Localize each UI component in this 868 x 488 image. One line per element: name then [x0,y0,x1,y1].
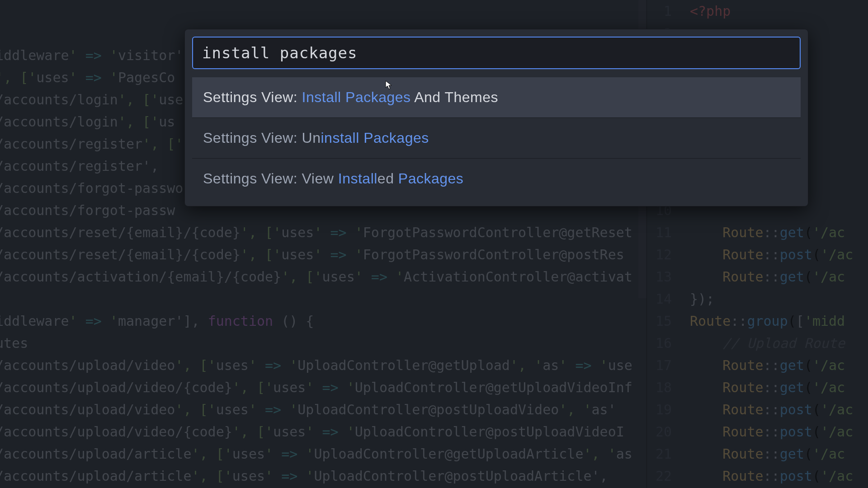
code-line: /accounts/activation/{email}/{code}', ['… [0,266,632,288]
code-line: /accounts/upload/article', ['uses' => 'U… [0,465,632,487]
command-palette-results: Settings View: Install Packages And Them… [192,77,801,199]
command-palette-item[interactable]: Settings View: Install Packages And Them… [192,77,801,118]
line-number: 17 [647,354,672,376]
code-line: Route::get('/ac [690,354,853,376]
code-line: Route::get('/ac [690,221,853,244]
command-prefix: Settings View: [203,89,302,105]
code-line: /accounts/reset/{email}/{code}', ['uses'… [0,221,632,244]
code-line: /accounts/upload/video', ['uses' => 'Upl… [0,354,632,376]
code-line: Route::post('/ac [690,244,853,266]
code-line: Route::post('/ac [690,421,853,443]
command-palette-item[interactable]: Settings View: Uninstall Packages [192,118,801,159]
line-number: 14 [647,288,672,310]
code-line: /accounts/reset/{email}/{code}', ['uses'… [0,244,632,266]
line-number: 15 [647,310,672,332]
line-number: 11 [647,221,672,244]
code-line: /accounts/upload/article', ['uses' => 'U… [0,443,632,465]
code-line: iddleware' => 'manager'], function () { [0,310,632,332]
command-palette-input[interactable] [192,37,801,69]
code-line: Route::group(['midd [690,310,853,332]
command-palette: Settings View: Install Packages And Them… [184,29,808,206]
code-line: Route::post('/ac [690,465,853,487]
code-line [0,288,632,310]
command-prefix: Settings View: [203,130,302,146]
code-line: // Upload Route [690,332,853,354]
line-number: 16 [647,332,672,354]
code-line: /accounts/upload/video/{code}', ['uses' … [0,376,632,399]
code-line: Route::post('/ac [690,399,853,421]
code-line: Route::get('/ac [690,443,853,465]
line-number: 21 [647,443,672,465]
line-number: 12 [647,244,672,266]
line-number: 22 [647,465,672,487]
line-number: 13 [647,266,672,288]
code-line: utes [0,332,632,354]
line-number: 19 [647,399,672,421]
line-number: 1 [647,0,672,22]
line-number: 20 [647,421,672,443]
command-prefix: Settings View: [203,170,302,187]
code-line: /accounts/upload/video/{code}', ['uses' … [0,421,632,443]
code-line: Route::get('/ac [690,376,853,399]
code-line: }); [690,288,853,310]
command-palette-item[interactable]: Settings View: View Installed Packages [192,159,801,199]
code-line: Route::get('/ac [690,266,853,288]
line-number: 18 [647,376,672,399]
code-line: /accounts/upload/video', ['uses' => 'Upl… [0,399,632,421]
code-line: <?php [690,0,853,22]
code-line [0,0,632,22]
